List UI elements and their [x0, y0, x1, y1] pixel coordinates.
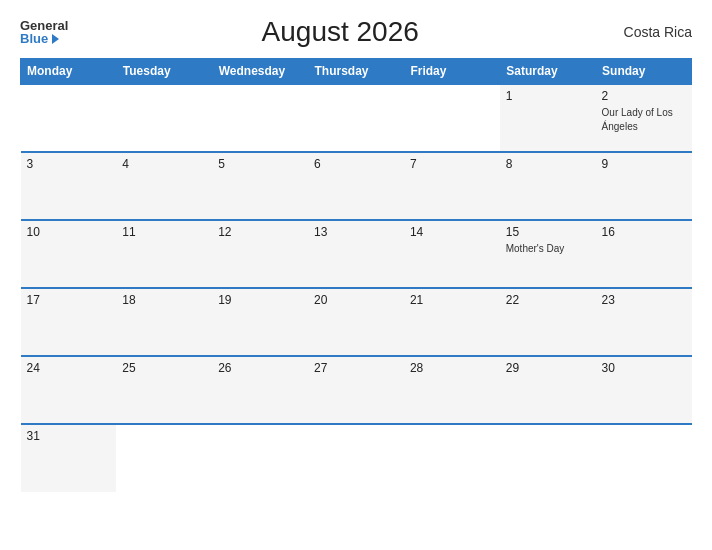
- table-row: 17: [21, 288, 117, 356]
- calendar-week-row: 17181920212223: [21, 288, 692, 356]
- day-number: 26: [218, 361, 302, 375]
- table-row: 29: [500, 356, 596, 424]
- day-number: 9: [602, 157, 686, 171]
- table-row: 12: [212, 220, 308, 288]
- table-row: 15Mother's Day: [500, 220, 596, 288]
- calendar-event: Mother's Day: [506, 243, 565, 254]
- table-row: 19: [212, 288, 308, 356]
- col-monday: Monday: [21, 59, 117, 85]
- table-row: 2Our Lady of Los Ángeles: [596, 84, 692, 152]
- day-number: 29: [506, 361, 590, 375]
- calendar-page: General Blue August 2026 Costa Rica Mond…: [0, 0, 712, 550]
- col-saturday: Saturday: [500, 59, 596, 85]
- day-number: 25: [122, 361, 206, 375]
- day-number: 21: [410, 293, 494, 307]
- calendar-header-row: Monday Tuesday Wednesday Thursday Friday…: [21, 59, 692, 85]
- day-number: 12: [218, 225, 302, 239]
- table-row: [212, 84, 308, 152]
- table-row: 30: [596, 356, 692, 424]
- table-row: 5: [212, 152, 308, 220]
- col-friday: Friday: [404, 59, 500, 85]
- table-row: [116, 424, 212, 492]
- day-number: 16: [602, 225, 686, 239]
- logo: General Blue: [20, 19, 68, 45]
- table-row: 11: [116, 220, 212, 288]
- table-row: 21: [404, 288, 500, 356]
- day-number: 8: [506, 157, 590, 171]
- table-row: [404, 84, 500, 152]
- day-number: 27: [314, 361, 398, 375]
- logo-blue-text: Blue: [20, 32, 59, 45]
- day-number: 11: [122, 225, 206, 239]
- table-row: 4: [116, 152, 212, 220]
- day-number: 6: [314, 157, 398, 171]
- table-row: [500, 424, 596, 492]
- day-number: 5: [218, 157, 302, 171]
- table-row: 10: [21, 220, 117, 288]
- table-row: [596, 424, 692, 492]
- col-wednesday: Wednesday: [212, 59, 308, 85]
- table-row: 23: [596, 288, 692, 356]
- day-number: 22: [506, 293, 590, 307]
- table-row: 7: [404, 152, 500, 220]
- day-number: 23: [602, 293, 686, 307]
- table-row: 8: [500, 152, 596, 220]
- col-thursday: Thursday: [308, 59, 404, 85]
- table-row: [212, 424, 308, 492]
- calendar-week-row: 101112131415Mother's Day16: [21, 220, 692, 288]
- table-row: 13: [308, 220, 404, 288]
- table-row: 1: [500, 84, 596, 152]
- day-number: 31: [27, 429, 111, 443]
- day-number: 24: [27, 361, 111, 375]
- table-row: 14: [404, 220, 500, 288]
- table-row: 22: [500, 288, 596, 356]
- table-row: 31: [21, 424, 117, 492]
- country-label: Costa Rica: [612, 24, 692, 40]
- logo-triangle-icon: [52, 34, 59, 44]
- table-row: 18: [116, 288, 212, 356]
- day-number: 30: [602, 361, 686, 375]
- day-number: 13: [314, 225, 398, 239]
- table-row: 26: [212, 356, 308, 424]
- calendar-event: Our Lady of Los Ángeles: [602, 107, 673, 132]
- table-row: 27: [308, 356, 404, 424]
- day-number: 28: [410, 361, 494, 375]
- day-number: 2: [602, 89, 686, 103]
- calendar-week-row: 3456789: [21, 152, 692, 220]
- day-number: 17: [27, 293, 111, 307]
- day-number: 14: [410, 225, 494, 239]
- table-row: 20: [308, 288, 404, 356]
- table-row: 16: [596, 220, 692, 288]
- table-row: 25: [116, 356, 212, 424]
- calendar-table: Monday Tuesday Wednesday Thursday Friday…: [20, 58, 692, 492]
- table-row: [308, 84, 404, 152]
- table-row: 6: [308, 152, 404, 220]
- table-row: [308, 424, 404, 492]
- calendar-week-row: 31: [21, 424, 692, 492]
- day-number: 19: [218, 293, 302, 307]
- day-number: 10: [27, 225, 111, 239]
- col-sunday: Sunday: [596, 59, 692, 85]
- table-row: 24: [21, 356, 117, 424]
- day-number: 15: [506, 225, 590, 239]
- table-row: [21, 84, 117, 152]
- day-number: 4: [122, 157, 206, 171]
- calendar-title: August 2026: [68, 16, 612, 48]
- calendar-week-row: 24252627282930: [21, 356, 692, 424]
- day-number: 3: [27, 157, 111, 171]
- table-row: [404, 424, 500, 492]
- day-number: 20: [314, 293, 398, 307]
- calendar-header: General Blue August 2026 Costa Rica: [20, 16, 692, 48]
- day-number: 1: [506, 89, 590, 103]
- table-row: 28: [404, 356, 500, 424]
- calendar-week-row: 12Our Lady of Los Ángeles: [21, 84, 692, 152]
- col-tuesday: Tuesday: [116, 59, 212, 85]
- table-row: 9: [596, 152, 692, 220]
- table-row: 3: [21, 152, 117, 220]
- day-number: 18: [122, 293, 206, 307]
- table-row: [116, 84, 212, 152]
- day-number: 7: [410, 157, 494, 171]
